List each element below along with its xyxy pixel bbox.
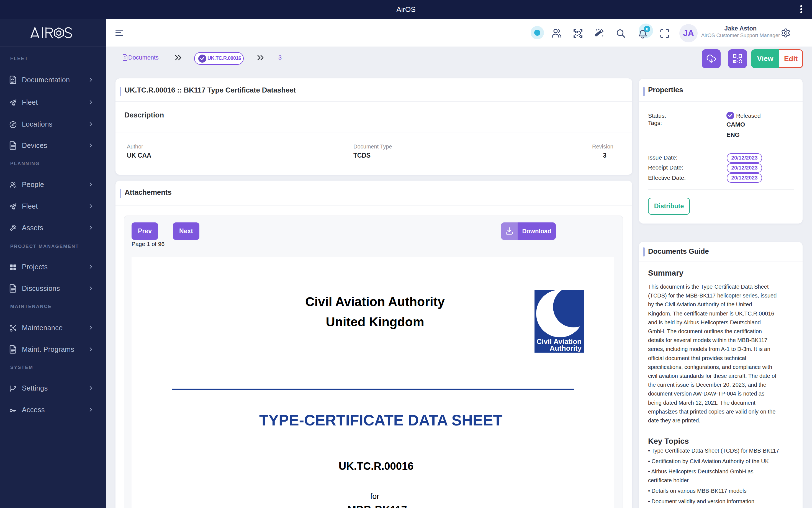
svg-text:Authority: Authority <box>549 344 582 352</box>
